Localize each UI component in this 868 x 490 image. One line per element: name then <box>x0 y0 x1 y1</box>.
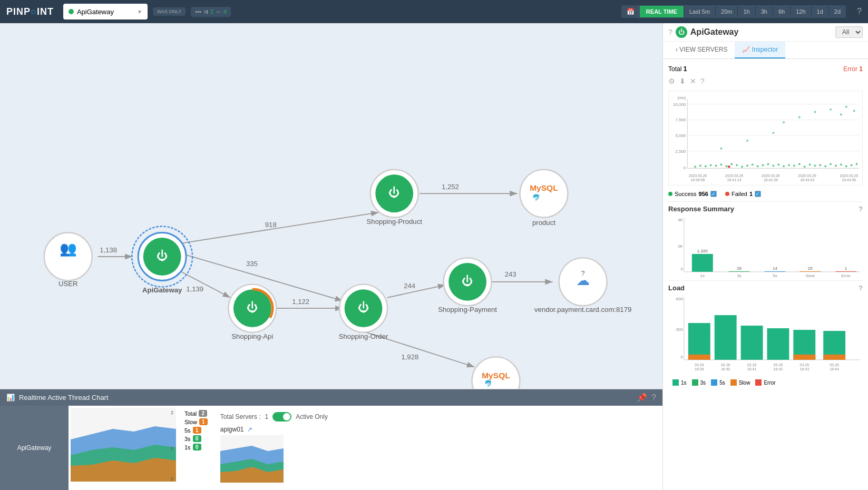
load-bar-2 <box>715 315 737 360</box>
scatter-x-label-2: 2020.03.26 <box>725 174 744 178</box>
response-summary-section: Response Summary ? 4K 2K 0 <box>668 201 863 278</box>
failed-checkbox[interactable]: ✓ <box>755 191 761 197</box>
svg-line-7 <box>387 285 445 298</box>
load-legend-error: Error <box>755 379 775 386</box>
load-help-icon[interactable]: ? <box>859 284 863 292</box>
svg-point-42 <box>777 163 779 165</box>
time-btn-1d[interactable]: 1d <box>812 6 829 17</box>
pin-icon[interactable]: 📌 <box>637 393 647 403</box>
time-btn-1h[interactable]: 1h <box>738 6 755 17</box>
close-chart-icon[interactable]: ✕ <box>690 77 696 85</box>
resp-bar-error <box>835 271 856 272</box>
dots-badge: ••• ⇉ 2 ↔ 4 <box>191 7 231 17</box>
scatter-y-unit: (ms) <box>677 95 686 100</box>
response-help-icon[interactable]: ? <box>859 205 863 213</box>
load-title: Load ? <box>668 284 863 292</box>
error-value: 1 <box>859 65 863 73</box>
bottom-help-icon[interactable]: ? <box>651 393 656 403</box>
load-x-1: 03.26 <box>695 363 704 367</box>
resp-bar-1s <box>692 254 713 272</box>
chart-tab-icon: 📈 <box>742 46 750 53</box>
load-color-3s <box>692 379 698 386</box>
server-chart <box>220 435 284 483</box>
time-btn-20m[interactable]: 20m <box>716 6 738 17</box>
was-only-badge: WAS ONLY <box>153 7 186 16</box>
svg-point-61 <box>783 121 785 123</box>
total-label: Total 1 <box>668 65 687 73</box>
apigateway-power-icon: ⏻ <box>157 249 168 262</box>
shopping-api-label: Shopping-Api <box>231 332 273 340</box>
failed-label: Failed <box>732 191 747 197</box>
right-panel-title: ApiGateway <box>690 27 832 37</box>
load-x-4: 03.26 <box>774 363 783 367</box>
load-bar-1 <box>688 323 710 360</box>
time-btn-12h[interactable]: 12h <box>791 6 811 17</box>
help-icon[interactable]: ? <box>857 7 862 16</box>
svg-point-38 <box>757 165 759 167</box>
svg-point-26 <box>694 165 696 168</box>
scatter-legend: Success 956 ✓ Failed 1 ✓ <box>668 189 863 199</box>
user-label: USER <box>58 280 78 288</box>
chart-help-icon[interactable]: ? <box>700 77 705 85</box>
gear-icon[interactable]: ⚙ <box>668 77 675 85</box>
shopping-payment-power-icon: ⏻ <box>462 275 473 288</box>
svg-point-35 <box>741 165 743 168</box>
total-value: 2 <box>199 410 207 417</box>
resp-x-error: Error <box>841 273 851 278</box>
edge-label-order-db: 1,928 <box>401 353 418 361</box>
resp-x-slow: Slow <box>806 273 815 278</box>
svg-point-46 <box>798 163 801 165</box>
time-btn-5m[interactable]: Last 5m <box>684 6 716 17</box>
time-btn-6h[interactable]: 6h <box>773 6 791 17</box>
realtime-button[interactable]: REAL TIME <box>640 6 684 17</box>
resp-x-1s: 1s <box>700 273 705 278</box>
calendar-icon[interactable]: 📅 <box>621 5 640 18</box>
time-controls: 📅 REAL TIME Last 5m 20m 1h 3h 6h 12h 1d … <box>621 5 846 18</box>
svg-point-58 <box>720 148 722 150</box>
server-item: apigw01 ↗ <box>220 424 656 435</box>
tab-view-servers[interactable]: ‹ VIEW SERVERS <box>668 42 735 58</box>
response-chart-svg: 4K 2K 0 1,320 29 <box>668 215 863 278</box>
resp-val-3s: 29 <box>737 266 742 271</box>
active-only-toggle[interactable] <box>272 412 291 422</box>
time-btn-2d[interactable]: 2d <box>829 6 846 17</box>
scatter-y-2500: 2,500 <box>675 149 686 154</box>
svg-point-34 <box>736 164 738 166</box>
total-value: 1 <box>684 65 687 73</box>
slow-value: 1 <box>199 418 208 425</box>
app-status-dot <box>69 9 74 14</box>
load-x-6: 03.26 <box>830 363 839 367</box>
total-label: Total <box>184 410 197 417</box>
help-circle-icon[interactable]: ? <box>668 28 672 36</box>
shopping-api-power-icon: ⏻ <box>247 301 258 314</box>
svg-point-65 <box>840 114 842 116</box>
active-only-label: Active Only <box>296 413 328 420</box>
5s-label: 5s <box>184 427 191 434</box>
product-db-mysql-text: MySQL <box>530 183 558 192</box>
resp-bar-slow <box>799 271 821 272</box>
failed-legend: Failed 1 ✓ <box>725 191 761 197</box>
svg-text:2: 2 <box>171 410 173 415</box>
server-name: apigw01 <box>220 426 244 433</box>
scatter-y-5000: 5,000 <box>675 133 686 138</box>
download-icon[interactable]: ⬇ <box>679 77 686 85</box>
load-section: Load ? 600 300 0 <box>668 280 863 387</box>
legend-slow: Slow 1 <box>184 418 208 425</box>
server-link-icon[interactable]: ↗ <box>247 426 252 433</box>
shopping-product-power-icon: ⏻ <box>388 186 400 199</box>
svg-text:16:41: 16:41 <box>747 367 757 371</box>
server-section: Total Servers : 1 Active Only apigw01 ↗ <box>216 408 660 488</box>
scatter-chart-container: (ms) 10,000 7,500 5,000 2,500 0 <box>668 91 863 185</box>
svg-point-55 <box>845 165 847 167</box>
svg-point-27 <box>699 164 701 166</box>
total-servers-count: 1 <box>265 413 269 420</box>
tab-inspector[interactable]: 📈 Inspector <box>735 42 785 58</box>
time-btn-3h[interactable]: 3h <box>756 6 773 17</box>
success-checkbox[interactable]: ✓ <box>710 191 717 197</box>
product-db-node[interactable] <box>520 170 568 218</box>
product-db-mysql-icon: 🐬 <box>532 193 540 201</box>
app-selector[interactable]: ApiGateway ▼ <box>63 4 148 19</box>
3s-value: 0 <box>193 435 201 442</box>
server-filter-select[interactable]: All <box>835 26 863 38</box>
edge-label-user-api: 1,138 <box>100 246 117 254</box>
